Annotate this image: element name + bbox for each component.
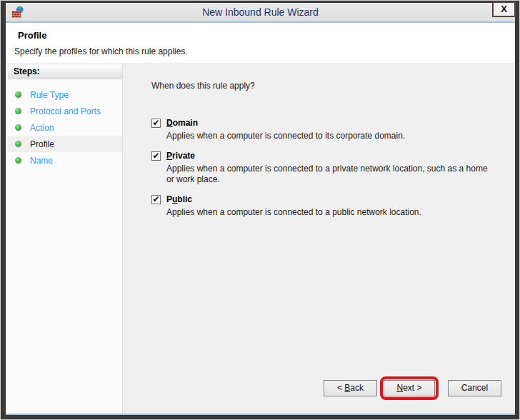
domain-label: Domain bbox=[166, 118, 198, 128]
wizard-body: Steps: Rule Type Protocol and Ports Acti… bbox=[6, 64, 515, 414]
steps-list: Rule Type Protocol and Ports Action Prof… bbox=[8, 86, 122, 169]
window-title: New Inbound Rule Wizard bbox=[202, 6, 319, 18]
firewall-icon bbox=[11, 6, 24, 19]
window-frame: New Inbound Rule Wizard Profile Specify … bbox=[0, 0, 520, 420]
step-label: Profile bbox=[30, 139, 54, 149]
check-icon: ✔ bbox=[152, 152, 160, 160]
title-bar: New Inbound Rule Wizard bbox=[6, 3, 515, 21]
step-bullet-icon bbox=[15, 91, 21, 98]
page-title: Profile bbox=[18, 30, 504, 41]
button-label-accel: N bbox=[396, 383, 403, 393]
option-row: ✔ Public bbox=[151, 194, 501, 204]
domain-description: Applies when a computer is connected to … bbox=[166, 131, 489, 141]
question-text: When does this rule apply? bbox=[151, 81, 501, 91]
profile-option-private: ✔ Private Applies when a computer is con… bbox=[151, 151, 501, 185]
option-row: ✔ Domain bbox=[151, 118, 501, 128]
cancel-button[interactable]: Cancel bbox=[448, 380, 501, 396]
step-label: Name bbox=[30, 156, 53, 166]
check-icon: ✔ bbox=[152, 196, 160, 204]
label-accel: D bbox=[166, 118, 173, 128]
public-description: Applies when a computer is connected to … bbox=[166, 207, 489, 218]
annotation-highlight: Next > bbox=[380, 376, 439, 400]
step-bullet-icon bbox=[15, 124, 21, 131]
public-label: Public bbox=[166, 194, 192, 204]
private-description: Applies when a computer is connected to … bbox=[166, 164, 489, 185]
button-label-suffix: ack bbox=[350, 383, 364, 393]
step-bullet-icon bbox=[15, 141, 21, 147]
bottom-accent-line bbox=[6, 414, 515, 415]
step-bullet-icon bbox=[15, 108, 21, 114]
profile-option-domain: ✔ Domain Applies when a computer is conn… bbox=[151, 118, 501, 141]
wizard-window: New Inbound Rule Wizard Profile Specify … bbox=[6, 3, 515, 415]
step-label: Protocol and Ports bbox=[30, 106, 101, 116]
label-accel: P bbox=[166, 151, 172, 161]
sidebar-item-protocol-and-ports[interactable]: Protocol and Ports bbox=[8, 103, 122, 119]
domain-checkbox[interactable]: ✔ bbox=[151, 119, 161, 128]
public-checkbox[interactable]: ✔ bbox=[151, 195, 161, 204]
steps-heading: Steps: bbox=[8, 64, 122, 79]
wizard-header: Profile Specify the profiles for which t… bbox=[6, 23, 515, 64]
close-button[interactable]: X bbox=[492, 1, 516, 17]
step-label: Rule Type bbox=[30, 90, 69, 100]
label-prefix: P bbox=[166, 194, 172, 204]
private-checkbox[interactable]: ✔ bbox=[151, 151, 161, 161]
sidebar-item-profile[interactable]: Profile bbox=[8, 136, 122, 152]
button-row: < Back Next > Cancel bbox=[324, 376, 501, 400]
button-label-suffix: ext > bbox=[403, 383, 421, 393]
content-panel: When does this rule apply? ✔ Domain Appl… bbox=[123, 64, 515, 414]
page-subtitle: Specify the profiles for which this rule… bbox=[14, 46, 504, 56]
check-icon: ✔ bbox=[152, 119, 160, 127]
label-suffix: blic bbox=[177, 194, 192, 204]
private-label: Private bbox=[166, 151, 195, 161]
step-bullet-icon bbox=[15, 157, 21, 164]
step-label: Action bbox=[30, 123, 54, 133]
label-suffix: rivate bbox=[172, 151, 195, 161]
steps-sidebar: Steps: Rule Type Protocol and Ports Acti… bbox=[6, 64, 122, 414]
sidebar-item-rule-type[interactable]: Rule Type bbox=[8, 86, 122, 103]
next-button[interactable]: Next > bbox=[384, 380, 435, 396]
option-row: ✔ Private bbox=[151, 151, 501, 161]
label-suffix: omain bbox=[173, 118, 198, 128]
sidebar-item-name[interactable]: Name bbox=[8, 152, 122, 169]
button-label-prefix: < bbox=[337, 383, 344, 393]
sidebar-item-action[interactable]: Action bbox=[8, 119, 122, 136]
profile-option-public: ✔ Public Applies when a computer is conn… bbox=[151, 194, 501, 218]
back-button[interactable]: < Back bbox=[324, 380, 377, 396]
